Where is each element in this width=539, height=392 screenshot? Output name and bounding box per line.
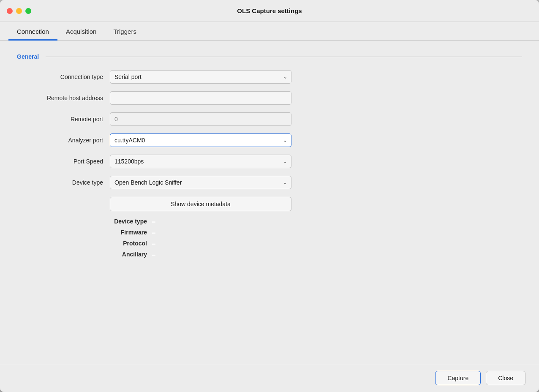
connection-type-control: Serial port Network ⌄ <box>110 70 291 84</box>
metadata-firmware-value: – <box>152 229 155 236</box>
remote-port-input[interactable] <box>110 112 291 126</box>
titlebar: OLS Capture settings <box>0 0 539 22</box>
tab-connection[interactable]: Connection <box>8 22 57 41</box>
remote-port-row: Remote port <box>17 112 522 126</box>
remote-host-control <box>110 91 291 105</box>
close-button[interactable]: Close <box>486 371 525 385</box>
remote-host-label: Remote host address <box>17 95 110 101</box>
metadata-ancillary-row: Ancillary – <box>110 251 522 258</box>
metadata-section: Device type – Firmware – Protocol – Anci… <box>110 218 522 262</box>
metadata-protocol-value: – <box>152 240 155 247</box>
remote-port-label: Remote port <box>17 116 110 122</box>
metadata-protocol-row: Protocol – <box>110 240 522 247</box>
analyzer-port-row: Analyzer port ⌄ <box>17 133 522 147</box>
metadata-firmware-label: Firmware <box>110 229 152 236</box>
metadata-protocol-label: Protocol <box>110 240 152 247</box>
analyzer-port-select-wrapper: ⌄ <box>110 133 291 147</box>
analyzer-port-label: Analyzer port <box>17 137 110 144</box>
device-type-label: Device type <box>17 179 110 186</box>
device-type-select-wrapper: Open Bench Logic Sniffer BP Logic Sniffe… <box>110 176 291 189</box>
metadata-device-type-row: Device type – <box>110 218 522 225</box>
port-speed-row: Port Speed 115200bps 57600bps 38400bps 1… <box>17 155 522 168</box>
metadata-ancillary-value: – <box>152 251 155 258</box>
remote-host-input[interactable] <box>110 91 291 105</box>
remote-port-control <box>110 112 291 126</box>
window-controls <box>7 8 31 14</box>
close-window-button[interactable] <box>7 8 13 14</box>
metadata-device-type-label: Device type <box>110 218 152 225</box>
tabs-bar: Connection Acquisition Triggers <box>0 22 539 41</box>
analyzer-port-input[interactable] <box>110 133 291 147</box>
device-type-row: Device type Open Bench Logic Sniffer BP … <box>17 176 522 189</box>
connection-type-row: Connection type Serial port Network ⌄ <box>17 70 522 84</box>
port-speed-control: 115200bps 57600bps 38400bps 19200bps 960… <box>110 155 291 168</box>
maximize-window-button[interactable] <box>25 8 31 14</box>
tab-content: General Connection type Serial port Netw… <box>0 41 539 364</box>
port-speed-select[interactable]: 115200bps 57600bps 38400bps 19200bps 960… <box>110 155 291 168</box>
metadata-device-type-value: – <box>152 218 155 225</box>
minimize-window-button[interactable] <box>16 8 22 14</box>
main-window: OLS Capture settings Connection Acquisit… <box>0 0 539 392</box>
tab-triggers[interactable]: Triggers <box>105 22 144 41</box>
general-section-header: General <box>17 53 522 60</box>
device-type-select[interactable]: Open Bench Logic Sniffer BP Logic Sniffe… <box>110 176 291 189</box>
section-title: General <box>17 53 39 60</box>
metadata-firmware-row: Firmware – <box>110 229 522 236</box>
port-speed-label: Port Speed <box>17 158 110 165</box>
tab-acquisition[interactable]: Acquisition <box>57 22 105 41</box>
bottom-bar: Capture Close <box>0 364 539 392</box>
port-speed-select-wrapper: 115200bps 57600bps 38400bps 19200bps 960… <box>110 155 291 168</box>
form-rows: Connection type Serial port Network ⌄ Re… <box>17 70 522 197</box>
window-title: OLS Capture settings <box>237 7 302 14</box>
metadata-ancillary-label: Ancillary <box>110 251 152 258</box>
connection-type-select[interactable]: Serial port Network <box>110 70 291 84</box>
connection-type-label: Connection type <box>17 74 110 80</box>
device-type-control: Open Bench Logic Sniffer BP Logic Sniffe… <box>110 176 291 189</box>
remote-host-row: Remote host address <box>17 91 522 105</box>
analyzer-port-control: ⌄ <box>110 133 291 147</box>
connection-type-select-wrapper: Serial port Network ⌄ <box>110 70 291 84</box>
capture-button[interactable]: Capture <box>435 371 481 385</box>
section-divider <box>46 57 522 57</box>
show-device-metadata-button[interactable]: Show device metadata <box>110 197 291 211</box>
